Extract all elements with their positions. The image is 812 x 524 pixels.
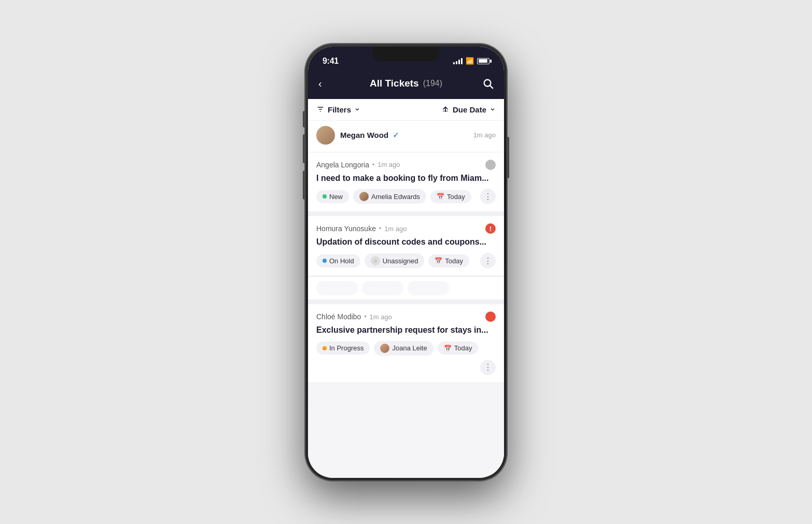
filter-label: Filters: [328, 105, 351, 114]
ticket-partial-top[interactable]: Megan Wood ✓ 1m ago: [308, 121, 504, 152]
status-dot: [323, 346, 327, 350]
notch: [372, 47, 440, 61]
tag-partial: [362, 281, 403, 295]
priority-indicator: [485, 160, 496, 170]
battery-fill: [479, 59, 487, 63]
separator: [308, 212, 504, 216]
ticket-tags: On Hold ○ Unassigned 📅 Today ⋮: [316, 253, 496, 268]
filter-bar: Filters Due Date: [308, 99, 504, 121]
verified-badge: ✓: [393, 131, 399, 139]
filter-button[interactable]: Filters: [316, 105, 360, 114]
ticket-card[interactable]: Chloé Modibo • 1m ago Exclusive partners…: [308, 304, 504, 383]
search-button[interactable]: [475, 78, 494, 89]
separator-dot: •: [379, 225, 381, 232]
due-date-tag[interactable]: 📅 Today: [428, 254, 469, 267]
status-dot: [323, 194, 327, 199]
status-tag[interactable]: In Progress: [316, 342, 370, 355]
power-button: [507, 137, 509, 178]
phone-screen: 9:41 📶 ‹ All Tickets (194): [308, 47, 504, 478]
ticket-meta: Homura Yunosuke • 1m ago !: [316, 223, 496, 234]
ticket-card[interactable]: Homura Yunosuke • 1m ago ! Updation of d…: [308, 216, 504, 276]
separator-dot: •: [372, 161, 374, 168]
ticket-title: Exclusive partnership request for stays …: [316, 325, 496, 336]
status-tag[interactable]: On Hold: [316, 254, 360, 267]
ticket-list: Megan Wood ✓ 1m ago Angela Longoria • 1m…: [308, 121, 504, 478]
calendar-icon: 📅: [437, 193, 444, 200]
ticket-meta-left: Angela Longoria • 1m ago: [316, 161, 400, 169]
search-icon: [482, 78, 494, 89]
status-label: New: [329, 193, 343, 201]
mute-button: [303, 111, 305, 128]
due-date-tag[interactable]: 📅 Today: [438, 342, 479, 355]
ticket-partial-info: Megan Wood ✓ 1m ago: [340, 131, 496, 140]
ticket-time: 1m ago: [370, 313, 392, 321]
ticket-tags: In Progress Joana Leite 📅 Today ⋮: [316, 341, 496, 375]
assignee-tag[interactable]: ○ Unassigned: [365, 253, 425, 268]
status-icons: 📶: [453, 57, 489, 65]
ticket-meta-left: Chloé Modibo • 1m ago: [316, 313, 392, 321]
ticket-submitter: Angela Longoria: [316, 161, 369, 169]
more-options-button[interactable]: ⋮: [480, 189, 496, 204]
calendar-icon: 📅: [444, 345, 452, 352]
ticket-time: 1m ago: [473, 131, 496, 139]
sort-chevron-icon: [489, 106, 496, 112]
due-date-label: Today: [445, 257, 463, 265]
partial-tags: [316, 281, 496, 295]
phone-frame: 9:41 📶 ‹ All Tickets (194): [305, 44, 507, 481]
ticket-submitter-name: Megan Wood ✓: [340, 131, 399, 140]
priority-indicator: [485, 311, 496, 322]
ticket-meta-left: Homura Yunosuke • 1m ago: [316, 224, 407, 233]
assignee-avatar: [380, 344, 389, 353]
separator: [308, 300, 504, 304]
partial-tags-row: [308, 276, 504, 300]
filter-chevron-icon: [354, 106, 360, 112]
app-header: ‹ All Tickets (194): [308, 73, 504, 99]
status-dot: [323, 259, 327, 263]
assignee-tag[interactable]: Joana Leite: [374, 341, 433, 356]
tag-partial: [316, 281, 358, 295]
more-options-button[interactable]: ⋮: [480, 360, 496, 375]
status-label: On Hold: [329, 257, 354, 265]
ticket-meta: Chloé Modibo • 1m ago: [316, 311, 496, 322]
sort-button[interactable]: Due Date: [441, 105, 496, 114]
ticket-meta: Angela Longoria • 1m ago: [316, 160, 496, 170]
assignee-name: Amelia Edwards: [371, 193, 420, 201]
back-button[interactable]: ‹: [318, 78, 337, 90]
ticket-tags: New Amelia Edwards 📅 Today ⋮: [316, 189, 496, 204]
separator-dot: •: [364, 313, 366, 320]
ticket-count: (194): [423, 79, 442, 88]
svg-line-1: [490, 86, 493, 88]
battery-icon: [477, 58, 489, 64]
status-time: 9:41: [323, 56, 339, 66]
ticket-submitter: Chloé Modibo: [316, 313, 361, 321]
assignee-name: Unassigned: [383, 257, 418, 265]
sort-label: Due Date: [453, 105, 486, 114]
status-tag[interactable]: New: [316, 190, 349, 203]
due-date-label: Today: [454, 344, 472, 352]
signal-icon: [453, 58, 463, 64]
assignee-tag[interactable]: Amelia Edwards: [353, 189, 426, 204]
header-title-group: All Tickets (194): [370, 78, 442, 89]
ticket-title: I need to make a booking to fly from Mia…: [316, 173, 496, 184]
tag-partial: [408, 281, 449, 295]
page-title: All Tickets: [370, 78, 419, 89]
ticket-submitter: Homura Yunosuke: [316, 224, 376, 233]
status-label: In Progress: [329, 344, 363, 352]
sort-icon: [441, 105, 450, 114]
due-date-tag[interactable]: 📅 Today: [430, 190, 471, 203]
assignee-name: Joana Leite: [392, 344, 427, 352]
avatar: [316, 126, 335, 145]
volume-down-button: [303, 171, 305, 200]
assignee-avatar: [359, 192, 369, 201]
ticket-time: 1m ago: [377, 161, 400, 168]
due-date-label: Today: [447, 193, 465, 201]
ticket-time: 1m ago: [384, 225, 407, 233]
calendar-icon: 📅: [435, 257, 442, 264]
ticket-card[interactable]: Angela Longoria • 1m ago I need to make …: [308, 152, 504, 213]
assignee-avatar: ○: [371, 256, 380, 265]
more-options-button[interactable]: ⋮: [480, 253, 496, 268]
wifi-icon: 📶: [466, 57, 474, 65]
priority-indicator: !: [485, 223, 496, 234]
volume-up-button: [303, 134, 305, 163]
filter-icon: [316, 105, 325, 114]
